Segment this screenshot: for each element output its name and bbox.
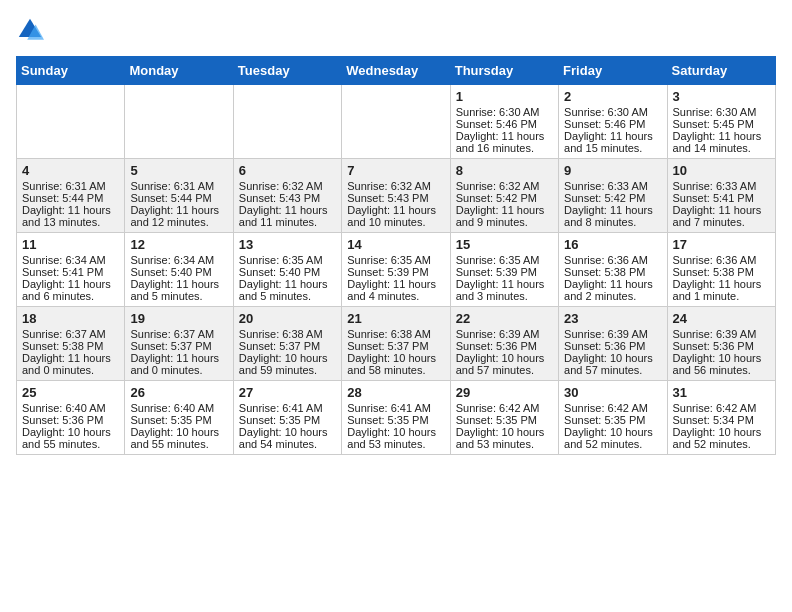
day-number: 5 xyxy=(130,163,227,178)
day-info: Sunrise: 6:31 AM xyxy=(130,180,227,192)
calendar-cell: 22Sunrise: 6:39 AMSunset: 5:36 PMDayligh… xyxy=(450,307,558,381)
day-info: Sunrise: 6:36 AM xyxy=(673,254,770,266)
day-info: and 54 minutes. xyxy=(239,438,336,450)
day-number: 30 xyxy=(564,385,661,400)
day-info: Daylight: 11 hours xyxy=(673,278,770,290)
day-info: Daylight: 10 hours xyxy=(564,352,661,364)
day-info: Sunrise: 6:39 AM xyxy=(673,328,770,340)
day-info: Sunrise: 6:38 AM xyxy=(239,328,336,340)
calendar-cell: 30Sunrise: 6:42 AMSunset: 5:35 PMDayligh… xyxy=(559,381,667,455)
calendar-cell: 18Sunrise: 6:37 AMSunset: 5:38 PMDayligh… xyxy=(17,307,125,381)
day-number: 22 xyxy=(456,311,553,326)
calendar-cell: 21Sunrise: 6:38 AMSunset: 5:37 PMDayligh… xyxy=(342,307,450,381)
day-number: 31 xyxy=(673,385,770,400)
day-info: and 3 minutes. xyxy=(456,290,553,302)
day-info: and 8 minutes. xyxy=(564,216,661,228)
day-info: Sunset: 5:37 PM xyxy=(130,340,227,352)
calendar-row: 18Sunrise: 6:37 AMSunset: 5:38 PMDayligh… xyxy=(17,307,776,381)
day-info: Daylight: 10 hours xyxy=(130,426,227,438)
day-info: Sunset: 5:35 PM xyxy=(239,414,336,426)
day-number: 16 xyxy=(564,237,661,252)
day-info: Sunset: 5:40 PM xyxy=(130,266,227,278)
day-info: Sunrise: 6:38 AM xyxy=(347,328,444,340)
day-info: Sunset: 5:43 PM xyxy=(347,192,444,204)
day-info: Daylight: 10 hours xyxy=(456,426,553,438)
day-info: and 53 minutes. xyxy=(347,438,444,450)
day-info: Sunrise: 6:32 AM xyxy=(456,180,553,192)
day-number: 1 xyxy=(456,89,553,104)
weekday-header: Sunday xyxy=(17,57,125,85)
day-info: Daylight: 11 hours xyxy=(347,278,444,290)
day-number: 8 xyxy=(456,163,553,178)
day-info: Sunset: 5:34 PM xyxy=(673,414,770,426)
day-info: Sunset: 5:41 PM xyxy=(673,192,770,204)
day-info: Daylight: 11 hours xyxy=(130,278,227,290)
day-info: and 0 minutes. xyxy=(22,364,119,376)
calendar-cell: 23Sunrise: 6:39 AMSunset: 5:36 PMDayligh… xyxy=(559,307,667,381)
day-info: and 59 minutes. xyxy=(239,364,336,376)
day-number: 27 xyxy=(239,385,336,400)
day-info: Sunset: 5:41 PM xyxy=(22,266,119,278)
calendar-cell: 17Sunrise: 6:36 AMSunset: 5:38 PMDayligh… xyxy=(667,233,775,307)
day-number: 29 xyxy=(456,385,553,400)
day-info: Daylight: 11 hours xyxy=(22,278,119,290)
day-info: Sunset: 5:45 PM xyxy=(673,118,770,130)
day-info: and 13 minutes. xyxy=(22,216,119,228)
day-info: and 2 minutes. xyxy=(564,290,661,302)
day-number: 18 xyxy=(22,311,119,326)
day-info: Sunset: 5:37 PM xyxy=(347,340,444,352)
calendar-table: SundayMondayTuesdayWednesdayThursdayFrid… xyxy=(16,56,776,455)
calendar-cell: 19Sunrise: 6:37 AMSunset: 5:37 PMDayligh… xyxy=(125,307,233,381)
day-info: Sunrise: 6:34 AM xyxy=(22,254,119,266)
day-info: Sunrise: 6:33 AM xyxy=(564,180,661,192)
calendar-header: SundayMondayTuesdayWednesdayThursdayFrid… xyxy=(17,57,776,85)
day-number: 13 xyxy=(239,237,336,252)
day-info: and 57 minutes. xyxy=(564,364,661,376)
day-number: 9 xyxy=(564,163,661,178)
day-info: Sunset: 5:46 PM xyxy=(564,118,661,130)
day-number: 28 xyxy=(347,385,444,400)
day-number: 15 xyxy=(456,237,553,252)
logo-icon xyxy=(16,16,44,44)
day-info: Sunset: 5:42 PM xyxy=(456,192,553,204)
calendar-cell xyxy=(17,85,125,159)
day-info: and 10 minutes. xyxy=(347,216,444,228)
day-info: Daylight: 10 hours xyxy=(456,352,553,364)
day-info: Daylight: 10 hours xyxy=(347,352,444,364)
day-number: 26 xyxy=(130,385,227,400)
day-info: Sunrise: 6:32 AM xyxy=(239,180,336,192)
day-info: Sunrise: 6:41 AM xyxy=(347,402,444,414)
day-info: and 52 minutes. xyxy=(673,438,770,450)
day-info: Sunset: 5:42 PM xyxy=(564,192,661,204)
day-info: and 56 minutes. xyxy=(673,364,770,376)
day-info: and 9 minutes. xyxy=(456,216,553,228)
day-info: Sunrise: 6:42 AM xyxy=(673,402,770,414)
day-info: and 11 minutes. xyxy=(239,216,336,228)
weekday-header: Tuesday xyxy=(233,57,341,85)
day-info: and 5 minutes. xyxy=(239,290,336,302)
day-number: 20 xyxy=(239,311,336,326)
calendar-cell: 27Sunrise: 6:41 AMSunset: 5:35 PMDayligh… xyxy=(233,381,341,455)
day-info: Daylight: 11 hours xyxy=(239,204,336,216)
calendar-row: 1Sunrise: 6:30 AMSunset: 5:46 PMDaylight… xyxy=(17,85,776,159)
day-info: Daylight: 11 hours xyxy=(456,204,553,216)
calendar-cell: 20Sunrise: 6:38 AMSunset: 5:37 PMDayligh… xyxy=(233,307,341,381)
calendar-cell: 10Sunrise: 6:33 AMSunset: 5:41 PMDayligh… xyxy=(667,159,775,233)
day-info: Sunrise: 6:35 AM xyxy=(239,254,336,266)
day-info: Sunrise: 6:30 AM xyxy=(673,106,770,118)
calendar-cell: 13Sunrise: 6:35 AMSunset: 5:40 PMDayligh… xyxy=(233,233,341,307)
day-number: 25 xyxy=(22,385,119,400)
day-info: Sunrise: 6:40 AM xyxy=(22,402,119,414)
calendar-row: 4Sunrise: 6:31 AMSunset: 5:44 PMDaylight… xyxy=(17,159,776,233)
calendar-cell: 4Sunrise: 6:31 AMSunset: 5:44 PMDaylight… xyxy=(17,159,125,233)
day-info: Sunset: 5:36 PM xyxy=(564,340,661,352)
day-info: Daylight: 11 hours xyxy=(130,204,227,216)
weekday-header: Thursday xyxy=(450,57,558,85)
day-info: Sunset: 5:38 PM xyxy=(564,266,661,278)
day-number: 21 xyxy=(347,311,444,326)
calendar-cell: 6Sunrise: 6:32 AMSunset: 5:43 PMDaylight… xyxy=(233,159,341,233)
calendar-cell: 3Sunrise: 6:30 AMSunset: 5:45 PMDaylight… xyxy=(667,85,775,159)
day-info: Sunrise: 6:35 AM xyxy=(456,254,553,266)
day-info: Daylight: 10 hours xyxy=(22,426,119,438)
day-info: and 16 minutes. xyxy=(456,142,553,154)
